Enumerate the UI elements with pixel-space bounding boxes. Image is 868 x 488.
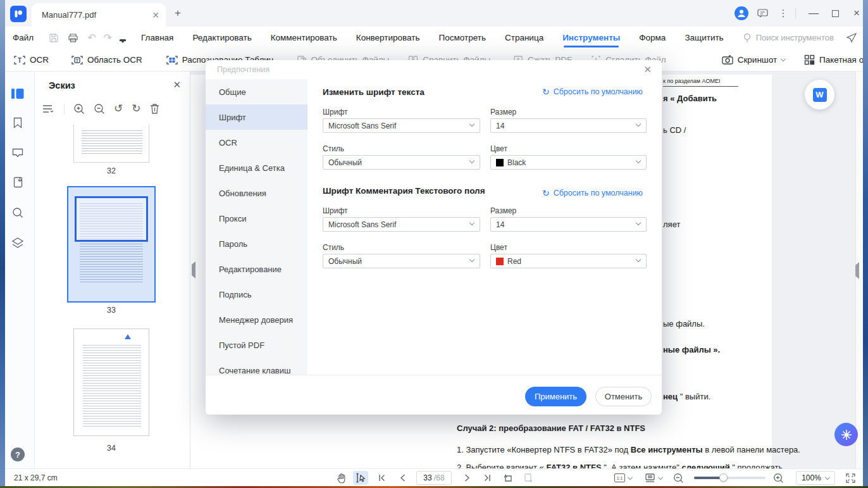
menu-convert[interactable]: Конвертировать <box>356 33 420 42</box>
fullscreen-icon[interactable] <box>843 471 858 485</box>
section1-reset-link[interactable]: ↻ Сбросить по умолчанию <box>542 87 643 96</box>
nav-general[interactable]: Общие <box>206 79 307 104</box>
viewport-indicator[interactable] <box>75 196 148 242</box>
nav-ocr[interactable]: OCR <box>206 130 307 155</box>
nav-trust-manager[interactable]: Менеджер доверия <box>206 307 307 332</box>
left-icon-rail: ? <box>0 72 35 468</box>
nav-shortcuts[interactable]: Сочетание клавиш <box>206 358 307 375</box>
menu-edit[interactable]: Редактировать <box>192 33 251 42</box>
actual-size-icon[interactable]: 1:1 <box>612 471 634 485</box>
tab-close-icon[interactable]: ✕ <box>152 10 159 20</box>
dialog-close-icon[interactable]: ✕ <box>643 64 652 75</box>
zoom-in-thumbnails-icon[interactable] <box>73 103 85 115</box>
nav-proxy[interactable]: Прокси <box>206 206 307 231</box>
rotate-left-icon[interactable]: ↺ <box>114 102 123 115</box>
menu-protect[interactable]: Защитить <box>685 33 723 42</box>
nav-blank-pdf[interactable]: Пустой PDF <box>206 332 307 358</box>
style-select-2[interactable]: Обычный <box>323 254 480 268</box>
nav-font[interactable]: Шрифт <box>206 104 307 130</box>
select-tool-icon[interactable] <box>353 471 368 485</box>
zoom-in-icon[interactable] <box>771 471 786 485</box>
nav-updates[interactable]: Обновления <box>206 180 307 206</box>
menu-view[interactable]: Посмотреть <box>439 33 486 42</box>
cancel-button[interactable]: Отменить <box>595 387 652 406</box>
attachments-panel-icon[interactable] <box>11 175 25 189</box>
zoom-level-select[interactable]: 100% <box>796 471 835 485</box>
page-number-input[interactable]: 33 /68 <box>416 471 452 485</box>
feedback-icon[interactable] <box>754 0 771 27</box>
redo-icon[interactable]: ↷ <box>104 32 112 44</box>
bookmarks-panel-icon[interactable] <box>11 116 25 130</box>
rotate-page-icon[interactable] <box>500 471 516 485</box>
hand-tool-icon[interactable] <box>334 471 349 485</box>
previous-page-icon[interactable] <box>395 471 410 485</box>
chevron-down-icon <box>636 257 641 262</box>
last-page-icon[interactable] <box>480 471 495 485</box>
account-avatar[interactable] <box>733 0 750 27</box>
print-icon[interactable] <box>68 33 78 43</box>
next-page-icon[interactable] <box>459 471 474 485</box>
comments-panel-icon[interactable] <box>11 146 25 160</box>
thumbnails-panel-icon[interactable] <box>11 87 25 101</box>
batch-process-button[interactable]: Пакетная обработка <box>804 54 868 65</box>
layers-panel-icon[interactable] <box>11 236 25 250</box>
thumbnail-page-34[interactable] <box>73 328 149 436</box>
nav-unit-grid[interactable]: Единица & Сетка <box>206 155 307 180</box>
section2-reset-link[interactable]: ↻ Сбросить по умолчанию <box>542 189 643 197</box>
zoom-slider-track[interactable] <box>694 477 766 479</box>
more-menu-icon[interactable]: ⋮ <box>776 0 791 27</box>
search-tools-input[interactable]: Поиск инструментов <box>756 33 834 42</box>
nav-signature[interactable]: Подпись <box>206 282 307 307</box>
font-select-2[interactable]: Microsoft Sans Serif <box>323 217 480 232</box>
app-logo-icon[interactable] <box>10 6 27 22</box>
thumbnail-page-32[interactable] <box>73 125 149 163</box>
ai-assistant-float-button[interactable] <box>834 423 858 446</box>
save-icon[interactable] <box>49 33 59 43</box>
add-page-icon[interactable] <box>521 471 536 485</box>
maximize-button[interactable] <box>826 0 844 27</box>
zoom-out-icon[interactable] <box>671 471 686 485</box>
font-select[interactable]: Microsoft Sans Serif <box>323 118 480 133</box>
thumbnail-options-icon[interactable] <box>42 104 55 114</box>
size-select[interactable]: 14 <box>490 118 647 133</box>
style-select[interactable]: Обычный <box>323 155 480 170</box>
new-tab-button[interactable]: + <box>175 7 181 20</box>
toolbar-options-caret-icon[interactable] <box>120 34 126 41</box>
nav-editing[interactable]: Редактирование <box>206 256 307 282</box>
screenshot-button[interactable]: Скриншот <box>722 55 785 65</box>
collapse-left-panel-handle[interactable] <box>192 265 195 276</box>
menu-home[interactable]: Главная <box>141 33 173 42</box>
help-button[interactable]: ? <box>11 447 25 461</box>
menu-file[interactable]: Файл <box>13 33 34 42</box>
rotate-right-icon[interactable]: ↻ <box>132 102 140 115</box>
word-convert-float-button[interactable]: W <box>805 80 834 109</box>
ocr-area-button[interactable]: T Область OCR <box>71 55 142 65</box>
delete-page-icon[interactable] <box>150 103 159 114</box>
search-panel-icon[interactable] <box>11 206 25 220</box>
share-icon[interactable] <box>846 33 857 43</box>
menu-comment[interactable]: Комментировать <box>271 33 337 42</box>
apply-button[interactable]: Применить <box>525 387 586 406</box>
menu-tools[interactable]: Инструменты <box>562 33 620 42</box>
doc-fragment: я « Добавить <box>663 94 717 103</box>
document-tab[interactable]: Manual777.pdf ✕ <box>32 3 166 27</box>
thumbnail-page-33-selected[interactable] <box>67 186 156 303</box>
collapse-right-panel-handle[interactable] <box>855 265 859 277</box>
fit-page-icon[interactable] <box>643 471 664 485</box>
first-page-icon[interactable] <box>375 471 390 485</box>
page-dimensions: 21 x 29,7 cm <box>14 473 58 482</box>
ocr-button[interactable]: T OCR <box>14 55 49 65</box>
color-select[interactable]: Black <box>490 155 647 170</box>
undo-icon[interactable]: ↶ <box>87 32 96 44</box>
menu-form[interactable]: Форма <box>639 33 666 42</box>
zoom-out-thumbnails-icon[interactable] <box>94 103 105 115</box>
color-select-2[interactable]: Red <box>490 254 647 268</box>
snowflake-icon <box>840 429 853 441</box>
zoom-slider-thumb[interactable] <box>719 473 728 482</box>
menu-page[interactable]: Страница <box>505 33 543 42</box>
minimize-button[interactable]: — <box>805 0 822 27</box>
chevron-down-icon <box>781 56 786 61</box>
panel-close-icon[interactable]: ✕ <box>173 79 181 91</box>
nav-password[interactable]: Пароль <box>206 231 307 256</box>
size-select-2[interactable]: 14 <box>490 217 647 232</box>
